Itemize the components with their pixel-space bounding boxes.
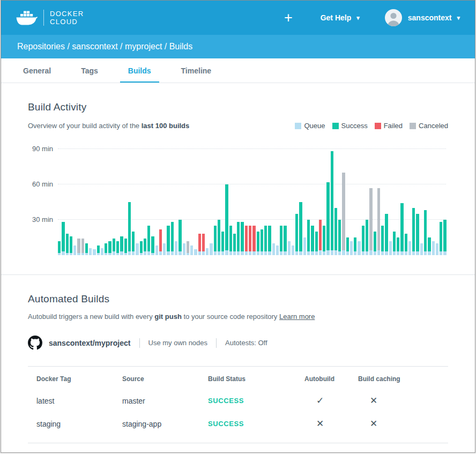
chart-bar	[257, 232, 259, 255]
chart-bar	[311, 226, 314, 255]
cross-icon[interactable]: ✕	[304, 418, 358, 429]
build-status-cell: SUCCESS	[208, 397, 304, 405]
cross-icon[interactable]: ✕	[358, 395, 444, 406]
nodes-option[interactable]: Use my own nodes	[148, 339, 217, 347]
chart-bar	[77, 239, 80, 255]
queue-swatch-icon	[295, 123, 301, 129]
get-help-label: Get Help	[321, 13, 352, 22]
chart-bar	[175, 241, 177, 255]
chart-bar	[58, 241, 61, 255]
chart-bar	[229, 226, 232, 255]
chart-bar	[233, 234, 236, 255]
chart-bar	[319, 220, 322, 255]
chart-bar	[163, 243, 166, 255]
chart-bar	[303, 237, 306, 255]
docker-tag-cell: staging	[36, 420, 122, 428]
chart-bar	[202, 234, 205, 255]
chart-bar	[210, 243, 212, 255]
chart-bar	[155, 245, 158, 255]
chart-bar	[381, 226, 384, 255]
chart-bar	[85, 243, 88, 255]
chart-bar	[408, 241, 411, 255]
tab-general[interactable]: General	[15, 58, 59, 83]
user-menu[interactable]: sanscontext ▾	[384, 9, 460, 27]
col-header-build-status: Build Status	[208, 375, 304, 383]
legend-item-canceled: Canceled	[410, 122, 448, 130]
chart-bar	[151, 236, 154, 255]
automated-builds-title: Automated Builds	[28, 293, 448, 305]
chart-bar	[331, 151, 333, 255]
get-help-menu[interactable]: Get Help ▾	[321, 13, 360, 22]
chart-bar	[342, 173, 345, 255]
chart-bar	[377, 188, 380, 255]
avatar	[384, 9, 403, 27]
chart-bar	[284, 226, 286, 255]
breadcrumb[interactable]: Repositories / sanscontext / myproject /…	[1, 35, 475, 58]
table-row: stagingstaging-appSUCCESS✕✕	[36, 412, 448, 435]
chart-bar	[206, 248, 209, 255]
chart-bar	[171, 222, 174, 255]
chart-bar	[159, 229, 162, 255]
tab-tags[interactable]: Tags	[73, 58, 106, 83]
check-icon[interactable]: ✓	[304, 395, 358, 406]
build-activity-title: Build Activity	[28, 101, 448, 113]
chart-bar	[116, 241, 119, 255]
docker-whale-icon	[16, 10, 38, 26]
build-activity-subtitle: Overview of your build activity of the l…	[28, 122, 189, 130]
chart-bar	[144, 239, 146, 255]
y-axis-label-60: 60 min	[32, 180, 53, 188]
chart-bar	[70, 236, 72, 255]
chart-bar	[292, 245, 294, 255]
chart-bar	[147, 226, 150, 255]
legend-item-success: Success	[332, 122, 368, 130]
chart-bar	[140, 241, 143, 255]
failed-swatch-icon	[375, 123, 381, 129]
chart-bar	[338, 220, 341, 255]
chart-bar	[73, 245, 76, 255]
chart-bar	[280, 226, 282, 255]
brand-line-2: CLOUD	[50, 18, 84, 26]
chart-bar	[218, 220, 220, 255]
chart-bar	[323, 226, 325, 255]
chart-bar	[101, 248, 103, 255]
y-axis-label-30: 30 min	[32, 215, 53, 224]
automated-builds-section: Automated Builds Autobuild triggers a ne…	[1, 275, 475, 443]
build-status-cell: SUCCESS	[208, 420, 304, 428]
chart-bar	[412, 208, 415, 255]
chart-bar	[249, 226, 251, 255]
chart-bar	[420, 243, 423, 255]
brand-text: DOCKER CLOUD	[50, 10, 84, 26]
chart-bar	[225, 184, 228, 255]
col-header-docker-tag: Docker Tag	[36, 375, 122, 383]
chart-bar	[221, 232, 224, 255]
chart-bar	[315, 232, 318, 255]
col-header-autobuild: Autobuild	[304, 375, 358, 383]
chart-bar	[194, 249, 197, 255]
avatar-person-icon	[384, 9, 403, 27]
chart-bar	[268, 226, 271, 255]
learn-more-link[interactable]: Learn more	[279, 312, 315, 321]
chart-bar	[299, 202, 302, 255]
chart-bar	[89, 248, 92, 255]
chart-bar	[350, 241, 353, 255]
top-header: DOCKER CLOUD + Get Help ▾	[1, 1, 475, 35]
autotests-option[interactable]: Autotests: Off	[225, 339, 276, 347]
chart-bar	[97, 245, 100, 255]
docker-cloud-logo[interactable]: DOCKER CLOUD	[16, 10, 84, 26]
tab-timeline[interactable]: Timeline	[173, 58, 220, 83]
repo-name[interactable]: sanscontext/myproject	[49, 339, 139, 347]
separator	[216, 338, 217, 348]
chart-bar	[424, 210, 427, 255]
chart-bar	[295, 214, 298, 255]
chart-bar	[124, 239, 127, 255]
y-axis-label-90: 90 min	[32, 145, 53, 153]
cross-icon[interactable]: ✕	[358, 418, 444, 429]
build-activity-section: Build Activity Overview of your build ac…	[1, 83, 475, 255]
tab-builds[interactable]: Builds	[120, 58, 159, 83]
chart-bar	[183, 243, 185, 255]
chart-bar	[62, 222, 64, 255]
chart-bar	[385, 214, 388, 255]
chart-bar	[214, 226, 217, 255]
docker-cloud-page: DOCKER CLOUD + Get Help ▾	[1, 0, 475, 453]
create-plus-button[interactable]: +	[281, 11, 296, 25]
